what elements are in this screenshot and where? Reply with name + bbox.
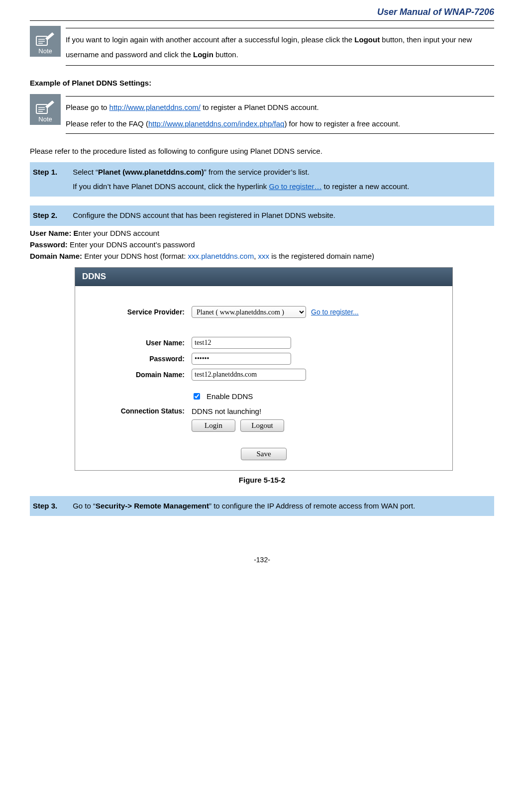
param-username-rest: nter your DDNS account: [79, 229, 160, 237]
note1-login-word: Login: [193, 50, 213, 59]
step1-r2b: to register a new account.: [321, 182, 409, 191]
enable-ddns-label: Enable DDNS: [207, 392, 253, 401]
domain-name-input[interactable]: [192, 369, 306, 381]
row-user-name: User Name:: [85, 337, 442, 349]
row-connection-status: Connection Status: DDNS not launching!: [85, 407, 442, 415]
note1-t3: button.: [213, 50, 238, 59]
ddns-panel-title: DDNS: [75, 268, 452, 286]
label-password: Password:: [85, 355, 192, 363]
step3-label: Step 3.: [33, 499, 71, 513]
note1-t1: If you want to login again with another …: [66, 35, 354, 44]
param-domain: Domain Name: Enter your DDNS host (forma…: [30, 252, 494, 260]
save-button[interactable]: Save: [241, 448, 287, 460]
param-password-label: Password:: [30, 240, 68, 249]
note-icon-label: Note: [38, 47, 52, 55]
note1-text: If you want to login again with another …: [66, 32, 494, 62]
note2-l1b: to register a Planet DDNS account.: [201, 103, 319, 111]
note2-l1a: Please go to: [66, 103, 109, 111]
user-name-input[interactable]: [192, 337, 291, 349]
go-to-register-text-link[interactable]: Go to register…: [269, 182, 322, 191]
step2-content: Configure the DDNS account that has been…: [73, 208, 490, 223]
row-service-provider: Service Provider: Planet ( www.planetddn…: [85, 306, 442, 318]
note-pencil-icon: [35, 32, 55, 47]
label-connection-status: Connection Status:: [85, 407, 192, 415]
param-domain-before: Enter your DDNS host (format:: [82, 252, 188, 260]
param-username-label: User Name:: [30, 229, 74, 237]
password-input[interactable]: [192, 353, 291, 365]
label-domain-name: Domain Name:: [85, 371, 192, 379]
step1-label: Step 1.: [33, 165, 71, 180]
intro-paragraph: Please refer to the procedure listed as …: [30, 147, 494, 155]
example-heading: Example of Planet DDNS Settings:: [30, 79, 494, 87]
param-username: User Name: Enter your DDNS account: [30, 229, 494, 237]
param-domain-label: Domain Name:: [30, 252, 82, 260]
param-password: Password: Enter your DDNS account’s pass…: [30, 240, 494, 249]
step1-r1bold: Planet (www.planetddns.com): [98, 168, 204, 176]
note1-top-rule: [66, 28, 494, 28]
ddns-panel: DDNS Service Provider: Planet ( www.plan…: [75, 267, 453, 471]
row-enable-ddns: Enable DDNS: [192, 392, 442, 401]
step3-before: Go to “: [73, 502, 96, 510]
page-number: -132-: [30, 556, 494, 564]
note1-logout-word: Logout: [354, 35, 380, 44]
step3-after: ” to configure the IP Address of remote …: [209, 502, 415, 510]
step1-content: Select “Planet (www.planetddns.com)” fro…: [73, 165, 490, 194]
login-logout-row: Login Logout: [192, 419, 442, 432]
doc-header-title: User Manual of WNAP-7206: [30, 0, 494, 20]
figure-caption: Figure 5-15-2: [30, 476, 494, 484]
step3-bold: Security-> Remote Management: [96, 502, 209, 510]
step2-label: Step 2.: [33, 208, 71, 223]
note-pencil-icon: [35, 101, 55, 115]
svg-rect-4: [36, 104, 47, 113]
note-icon: Note: [30, 94, 61, 125]
planetddns-faq-link[interactable]: http://www.planetddns.com/index.php/faq: [148, 119, 285, 128]
step1-r1a: Select “: [73, 168, 98, 176]
note-icon: Note: [30, 26, 61, 57]
login-button[interactable]: Login: [192, 419, 235, 432]
planetddns-home-link[interactable]: http://www.planetddns.com/: [109, 103, 201, 111]
param-username-e: E: [74, 229, 79, 237]
param-domain-xxx: xxx: [258, 252, 270, 260]
svg-rect-0: [36, 36, 47, 45]
service-provider-select[interactable]: Planet ( www.planetddns.com ): [192, 306, 306, 318]
step3-content: Go to “Security-> Remote Management” to …: [73, 499, 490, 513]
note2-line2: Please refer to the FAQ (http://www.plan…: [66, 117, 494, 130]
header-divider: [30, 20, 494, 21]
row-password: Password:: [85, 353, 442, 365]
step1-r2a: If you didn’t have Planet DDNS account, …: [73, 182, 269, 191]
logout-button[interactable]: Logout: [240, 419, 284, 432]
label-user-name: User Name:: [85, 339, 192, 347]
note2-line1: Please go to http://www.planetddns.com/ …: [66, 101, 494, 114]
connection-status-value: DDNS not launching!: [192, 407, 261, 415]
param-password-text: Enter your DDNS account’s password: [68, 240, 195, 249]
note2-top-rule: [66, 96, 494, 97]
note-block-1: Note If you want to login again with ano…: [30, 26, 494, 70]
step3-bar: Step 3. Go to “Security-> Remote Managem…: [30, 496, 494, 516]
step1-r1b: ” from the service provider’s list.: [204, 168, 310, 176]
label-service-provider: Service Provider:: [85, 308, 192, 316]
note-block-2: Note Please go to http://www.planetddns.…: [30, 94, 494, 138]
param-domain-mid: ,: [254, 252, 258, 260]
note2-l2a: Please refer to the FAQ (: [66, 119, 148, 128]
param-domain-after: is the registered domain name): [269, 252, 374, 260]
note2-bottom-rule: [66, 133, 494, 134]
step2-bar: Step 2. Configure the DDNS account that …: [30, 205, 494, 226]
note-icon-label: Note: [38, 115, 52, 123]
note2-l2b: ) for how to register a free account.: [284, 119, 400, 128]
enable-ddns-checkbox[interactable]: [194, 393, 200, 400]
row-domain-name: Domain Name:: [85, 369, 442, 381]
param-domain-format: xxx.planetddns.com: [188, 252, 254, 260]
go-to-register-link[interactable]: Go to register...: [311, 308, 359, 316]
step1-bar: Step 1. Select “Planet (www.planetddns.c…: [30, 162, 494, 197]
note1-bottom-rule: [66, 65, 494, 66]
